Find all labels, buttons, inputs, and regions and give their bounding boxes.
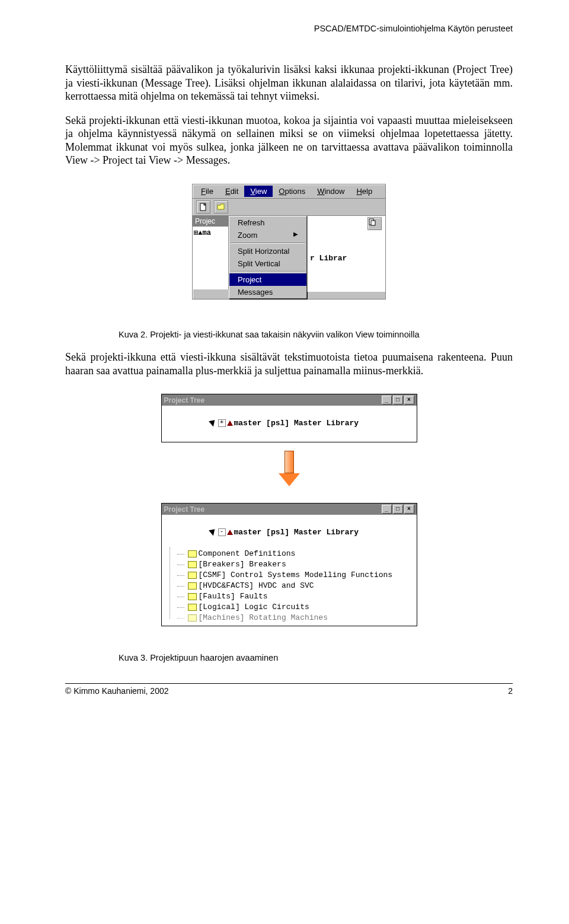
maximize-icon[interactable]: □ <box>393 396 403 404</box>
expand-icon[interactable]: + <box>218 419 226 427</box>
page-header: PSCAD/EMTDC-simulointiohjelma Käytön per… <box>65 24 513 33</box>
folder-icon <box>188 561 197 568</box>
project-icon <box>227 530 233 535</box>
tree-item[interactable]: [Faults] Faults <box>177 591 414 602</box>
figure-view-menu: File Edit View Options Window Help Proje… <box>65 184 513 299</box>
view-dropdown: Refresh Zoom▶ Split Horizontal Split Ver… <box>229 216 307 299</box>
caption-2: Kuva 2. Projekti- ja viesti-ikkunat saa … <box>119 329 450 340</box>
paste-icon[interactable] <box>367 217 382 230</box>
figure-tree-collapsed: Project Tree _ □ × +master [psl] Master … <box>65 394 513 442</box>
figure-tree-expanded: Project Tree _ □ × -master [psl] Master … <box>65 503 513 626</box>
tree-item[interactable]: [HVDC&FACTS] HVDC and SVC <box>177 581 414 591</box>
minimize-icon[interactable]: _ <box>382 396 392 404</box>
caption-3: Kuva 3. Projektipuun haarojen avaaminen <box>119 653 513 662</box>
window-titlebar: Project Tree _ □ × <box>162 504 417 515</box>
menu-project[interactable]: Project <box>229 273 306 286</box>
close-icon[interactable]: × <box>404 505 414 514</box>
paragraph-1: Käyttöliittymä sisältää päävalikon ja ty… <box>65 63 513 103</box>
menu-zoom[interactable]: Zoom▶ <box>229 229 306 241</box>
submenu-arrow-icon: ▶ <box>293 231 298 237</box>
tree-item-cut[interactable]: [Machines] Rotating Machines <box>177 613 414 623</box>
window-titlebar: Project Tree _ □ × <box>162 394 417 406</box>
menu-messages[interactable]: Messages <box>229 286 306 298</box>
project-icon <box>227 420 233 426</box>
folder-icon <box>188 614 197 622</box>
cursor-icon <box>210 528 218 537</box>
menu-split-horizontal[interactable]: Split Horizontal <box>229 245 306 257</box>
folder-icon <box>188 593 197 600</box>
maximize-icon[interactable]: □ <box>393 505 403 514</box>
menu-file[interactable]: File <box>195 186 219 197</box>
window-title: Project Tree <box>164 396 205 404</box>
tree-root-expanded[interactable]: -master [psl] Master Library <box>164 517 414 549</box>
open-icon[interactable] <box>214 200 228 214</box>
menu-split-vertical[interactable]: Split Vertical <box>229 257 306 270</box>
minimize-icon[interactable]: _ <box>382 505 392 514</box>
tree-item[interactable]: Component Definitions <box>177 549 414 559</box>
tree-item[interactable]: [Logical] Logic Circuits <box>177 602 414 613</box>
menu-edit[interactable]: Edit <box>219 186 244 197</box>
page-footer: © Kimmo Kauhaniemi, 2002 2 <box>65 683 513 696</box>
folder-icon <box>188 604 197 611</box>
footer-page-number: 2 <box>508 686 513 696</box>
footer-copyright: © Kimmo Kauhaniemi, 2002 <box>65 686 169 696</box>
project-panel-title: Projec <box>193 216 228 227</box>
toolbar <box>193 199 385 216</box>
cursor-icon <box>210 419 218 428</box>
tree-item[interactable]: [CSMF] Control Systems Modelling Functio… <box>177 570 414 581</box>
svg-rect-2 <box>371 221 375 225</box>
menu-view[interactable]: View <box>244 186 273 197</box>
library-text-fragment: r Librar <box>310 254 347 263</box>
menu-help[interactable]: Help <box>350 186 378 197</box>
paragraph-2: Sekä projekti-ikkunan että viesti-ikkuna… <box>65 114 513 167</box>
tree-root-collapsed[interactable]: +master [psl] Master Library <box>164 407 414 439</box>
down-arrow-icon <box>279 451 300 486</box>
editor-pane: r Librar <box>307 216 385 292</box>
menu-separator <box>231 243 305 244</box>
project-panel-node: ⊞▲ma <box>193 227 228 289</box>
menu-window[interactable]: Window <box>311 186 350 197</box>
folder-icon <box>188 572 197 579</box>
collapse-icon[interactable]: - <box>218 528 226 536</box>
window-title: Project Tree <box>164 505 205 514</box>
tree-children: Component Definitions [Breakers] Breaker… <box>164 549 414 623</box>
menu-separator <box>231 271 305 272</box>
menu-refresh[interactable]: Refresh <box>229 216 306 229</box>
folder-icon <box>188 582 197 590</box>
paragraph-3: Sekä projekti-ikkuna että viesti-ikkuna … <box>65 351 513 377</box>
menubar: File Edit View Options Window Help <box>193 184 385 199</box>
folder-icon <box>188 550 197 557</box>
project-panel-strip: Projec ⊞▲ma <box>193 216 229 289</box>
menu-options[interactable]: Options <box>273 186 311 197</box>
tree-item[interactable]: [Breakers] Breakers <box>177 559 414 570</box>
new-icon[interactable] <box>196 200 210 214</box>
close-icon[interactable]: × <box>404 396 414 404</box>
